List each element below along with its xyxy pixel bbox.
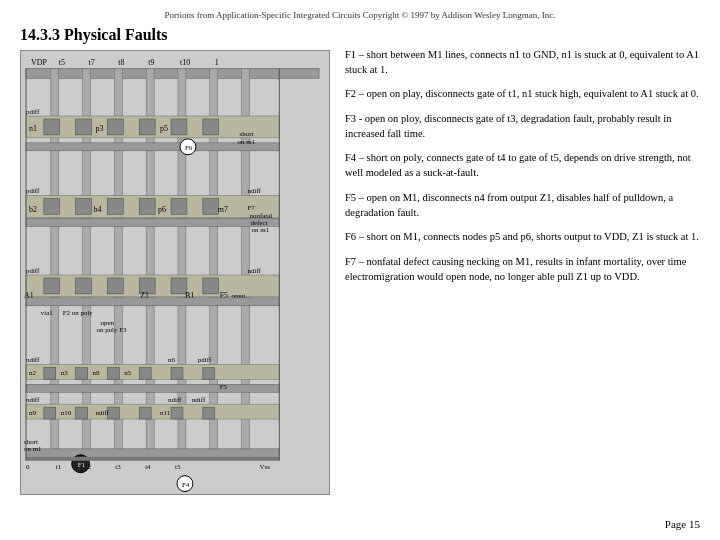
svg-rect-91	[171, 407, 183, 419]
svg-text:pdiff: pdiff	[198, 356, 212, 364]
fault-f4-description: F4 – short on poly, connects gate of t4 …	[345, 151, 700, 180]
svg-text:b2: b2	[29, 205, 37, 214]
svg-text:ndiff: ndiff	[248, 267, 262, 275]
svg-text:n9: n9	[29, 409, 36, 417]
svg-text:ndiff: ndiff	[168, 396, 182, 404]
circuit-svg: VDP t5 t7 t8 t9 t10 1	[21, 51, 329, 494]
svg-text:F2 on poly: F2 on poly	[63, 309, 94, 317]
right-panel: F1 – short between M1 lines, connects n1…	[340, 26, 700, 495]
svg-text:n2: n2	[29, 369, 36, 377]
svg-text:via1: via1	[41, 309, 53, 317]
content-area: 14.3.3 Physical Faults VDP t5 t7 t8 t9 t…	[20, 26, 700, 495]
svg-text:t9: t9	[148, 58, 154, 67]
svg-text:ndiff: ndiff	[248, 188, 262, 196]
svg-rect-53	[44, 278, 60, 294]
svg-text:0: 0	[26, 463, 30, 471]
fault-f1-description: F1 – short between M1 lines, connects n1…	[345, 48, 700, 77]
svg-text:n10: n10	[61, 409, 72, 417]
svg-rect-74	[107, 367, 119, 379]
svg-text:n8: n8	[93, 369, 100, 377]
svg-rect-18	[44, 119, 60, 135]
svg-rect-69	[26, 298, 279, 306]
svg-rect-76	[171, 367, 183, 379]
svg-rect-45	[26, 218, 279, 226]
svg-rect-22	[171, 119, 187, 135]
svg-rect-75	[139, 367, 151, 379]
svg-text:t3: t3	[115, 463, 121, 471]
svg-rect-77	[203, 367, 215, 379]
svg-text:pdiff: pdiff	[26, 267, 40, 275]
svg-rect-72	[44, 367, 56, 379]
svg-text:on poly F3: on poly F3	[97, 326, 128, 334]
fault-f5-description: F5 – open on M1, disconnects n4 from out…	[345, 191, 700, 220]
page-number: Page 15	[665, 518, 700, 530]
circuit-diagram: VDP t5 t7 t8 t9 t10 1	[20, 50, 330, 495]
copyright-text: Portions from Application-Specific Integ…	[20, 10, 700, 20]
svg-rect-88	[76, 407, 88, 419]
svg-rect-89	[107, 407, 119, 419]
svg-rect-90	[139, 407, 151, 419]
svg-rect-114	[26, 457, 279, 461]
svg-text:on m1: on m1	[24, 445, 42, 453]
fault-f7-description: F7 – nonfatal defect causing necking on …	[345, 255, 700, 284]
svg-text:t8: t8	[118, 58, 124, 67]
svg-text:t5: t5	[175, 463, 181, 471]
svg-text:n11: n11	[160, 409, 171, 417]
svg-text:p3: p3	[96, 124, 104, 133]
svg-text:p6: p6	[158, 205, 166, 214]
svg-text:b4: b4	[94, 205, 102, 214]
svg-rect-84	[26, 384, 279, 392]
svg-rect-19	[76, 119, 92, 135]
svg-text:ndiff: ndiff	[192, 396, 206, 404]
svg-text:Vss: Vss	[259, 463, 270, 471]
svg-text:pdiff: pdiff	[26, 108, 40, 116]
svg-text:ndiff: ndiff	[26, 396, 40, 404]
svg-text:F7: F7	[248, 204, 256, 212]
fault-f3-description: F3 - open on ploy, disconnects gate of t…	[345, 112, 700, 141]
page-container: Portions from Application-Specific Integ…	[0, 0, 720, 540]
svg-text:n6: n6	[168, 356, 175, 364]
svg-text:on m1: on m1	[252, 226, 270, 234]
svg-rect-92	[203, 407, 215, 419]
svg-rect-21	[139, 119, 155, 135]
left-panel: 14.3.3 Physical Faults VDP t5 t7 t8 t9 t…	[20, 26, 330, 495]
svg-rect-87	[44, 407, 56, 419]
svg-text:n5: n5	[124, 369, 131, 377]
svg-rect-58	[203, 278, 219, 294]
svg-rect-23	[203, 119, 219, 135]
svg-text:on m1: on m1	[238, 138, 256, 146]
svg-text:short: short	[240, 130, 254, 138]
svg-text:ndiff: ndiff	[26, 356, 40, 364]
svg-text:t7: t7	[89, 58, 95, 67]
fault-f6-description: F6 – short on M1, connects nodes p5 and …	[345, 230, 700, 245]
svg-rect-33	[44, 198, 60, 214]
svg-text:1: 1	[215, 58, 219, 67]
fault-f2-description: F2 – open on play, disconnects gate of t…	[345, 87, 700, 102]
svg-rect-73	[76, 367, 88, 379]
svg-rect-55	[107, 278, 123, 294]
svg-rect-35	[107, 198, 123, 214]
svg-text:p5: p5	[160, 124, 168, 133]
svg-text:F1: F1	[78, 461, 86, 469]
svg-text:F6: F6	[185, 144, 193, 152]
svg-text:ndiff: ndiff	[96, 409, 110, 417]
svg-text:pdiff: pdiff	[26, 188, 40, 196]
svg-text:F4: F4	[182, 481, 190, 489]
svg-text:t1: t1	[56, 463, 62, 471]
svg-text:t5: t5	[59, 58, 65, 67]
section-title: 14.3.3 Physical Faults	[20, 26, 330, 44]
svg-text:n3: n3	[61, 369, 68, 377]
svg-rect-8	[26, 68, 319, 78]
svg-text:t10: t10	[180, 58, 190, 67]
svg-rect-20	[107, 119, 123, 135]
svg-rect-36	[139, 198, 155, 214]
svg-rect-34	[76, 198, 92, 214]
svg-rect-37	[171, 198, 187, 214]
svg-text:F5: F5	[220, 383, 228, 391]
svg-text:n1: n1	[29, 124, 37, 133]
svg-rect-54	[76, 278, 92, 294]
svg-text:t4: t4	[145, 463, 151, 471]
svg-rect-38	[203, 198, 219, 214]
svg-text:VDP: VDP	[31, 58, 47, 67]
svg-text:m7: m7	[218, 205, 228, 214]
